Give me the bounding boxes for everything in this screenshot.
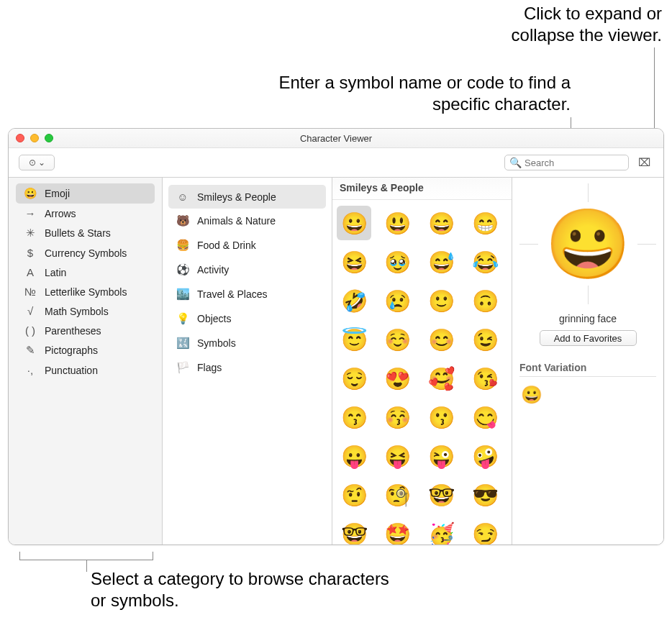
search-icon: 🔍 (509, 157, 522, 168)
emoji-cell[interactable]: ☺️ (381, 322, 415, 357)
sublist-item-symbols[interactable]: 🔣Symbols (168, 331, 326, 355)
emoji-cell[interactable]: 😍 (381, 361, 415, 396)
sublist-item-food-drink[interactable]: 🍔Food & Drink (168, 233, 326, 257)
emoji-cell[interactable]: 🥹 (381, 245, 415, 279)
actions-menu-button[interactable]: ⊙ ⌄ (19, 155, 55, 170)
character-viewer-window: Character Viewer ⊙ ⌄ 🔍 ⌧ 😀Emoji→Arrows✳︎… (8, 128, 664, 545)
sidebar-item-label: Parentheses (45, 325, 101, 337)
sublist-item-activity[interactable]: ⚽Activity (168, 257, 326, 282)
callout-search: Enter a symbol name or code to find a sp… (271, 72, 571, 115)
emoji-cell[interactable]: 😛 (337, 439, 371, 473)
font-variation-row: 😀 (519, 377, 656, 407)
grid-header: Smileys & People (332, 178, 512, 200)
emoji-cell[interactable]: 😢 (381, 283, 415, 318)
search-field-wrapper[interactable]: 🔍 (504, 155, 629, 170)
minimize-window-button[interactable] (30, 134, 39, 142)
category-icon: $ (23, 247, 37, 259)
sidebar-item-label: Currency Symbols (45, 247, 127, 259)
sublist-item-label: Travel & Places (197, 288, 268, 300)
callout-expand: Click to expand or collapse the viewer. (475, 3, 662, 46)
sidebar-item-emoji[interactable]: 😀Emoji (16, 183, 155, 204)
emoji-grid: 😀😃😄😁😆🥹😅😂🤣😢🙂🙃😇☺️😊😉😌😍🥰😘😙😚😗😋😛😝😜🤪🤨🧐🤓😎🤓🤩🥳😏 (332, 200, 512, 544)
ellipsis-circle-icon: ⊙ (29, 158, 36, 168)
toolbar: ⊙ ⌄ 🔍 ⌧ (9, 148, 663, 178)
subcategory-icon: 🔣 (176, 337, 190, 350)
sidebar-item-label: Emoji (45, 188, 70, 199)
sublist-item-animals-nature[interactable]: 🐻Animals & Nature (168, 209, 326, 233)
emoji-cell[interactable]: 😚 (381, 400, 415, 434)
emoji-cell[interactable]: 🥳 (424, 516, 459, 544)
sidebar-item-latin[interactable]: ALatin (16, 263, 155, 282)
emoji-cell[interactable]: 😁 (468, 206, 502, 240)
sublist-item-flags[interactable]: 🏳️Flags (168, 355, 326, 380)
emoji-cell[interactable]: 😗 (424, 400, 459, 434)
sublist-item-label: Smileys & People (197, 191, 276, 203)
emoji-cell[interactable]: 😝 (381, 439, 415, 473)
subcategory-icon: ⚽ (176, 263, 190, 276)
emoji-cell[interactable]: 😇 (337, 322, 371, 357)
emoji-cell[interactable]: 😃 (381, 206, 415, 240)
category-icon: ·, (23, 364, 37, 376)
callout-category: Select a category to browse characters o… (91, 568, 407, 611)
emoji-cell[interactable]: 😀 (337, 206, 371, 240)
emoji-cell[interactable]: 😉 (468, 322, 502, 357)
emoji-cell[interactable]: 😜 (424, 439, 459, 473)
sublist-item-objects[interactable]: 💡Objects (168, 306, 326, 331)
sidebar-item-label: Arrows (45, 208, 76, 219)
sidebar-item-label: Pictographs (45, 345, 98, 356)
emoji-cell[interactable]: 🤣 (337, 283, 371, 318)
emoji-cell[interactable]: 🥰 (424, 361, 459, 396)
emoji-grid-area: Smileys & People 😀😃😄😁😆🥹😅😂🤣😢🙂🙃😇☺️😊😉😌😍🥰😘😙😚… (332, 178, 512, 544)
emoji-cell[interactable]: 🙃 (468, 283, 502, 318)
search-input[interactable] (525, 158, 624, 168)
sublist-item-label: Animals & Nature (197, 215, 276, 227)
sidebar-item-bullets-stars[interactable]: ✳︎Bullets & Stars (16, 223, 155, 243)
emoji-cell[interactable]: 🤨 (337, 478, 371, 512)
zoom-window-button[interactable] (45, 134, 53, 142)
emoji-cell[interactable]: 😙 (337, 400, 371, 434)
emoji-cell[interactable]: 😋 (468, 400, 502, 434)
sidebar-item-parentheses[interactable]: ( )Parentheses (16, 321, 155, 340)
category-icon: ✎ (23, 344, 37, 357)
sidebar-item-arrows[interactable]: →Arrows (16, 204, 155, 223)
emoji-cell[interactable]: 😘 (468, 361, 502, 396)
sublist-item-travel-places[interactable]: 🏙️Travel & Places (168, 282, 326, 306)
expand-collapse-button[interactable]: ⌧ (635, 155, 653, 170)
emoji-cell[interactable]: 😄 (424, 206, 459, 240)
emoji-cell[interactable]: 🧐 (381, 478, 415, 512)
sublist-item-label: Symbols (197, 337, 236, 349)
emoji-cell[interactable]: 🤪 (468, 439, 502, 473)
emoji-cell[interactable]: 🙂 (424, 283, 459, 318)
category-icon: A (23, 266, 37, 278)
emoji-cell[interactable]: 😊 (424, 322, 459, 357)
sidebar-item-punctuation[interactable]: ·,Punctuation (16, 360, 155, 380)
sidebar-item-math-symbols[interactable]: √Math Symbols (16, 301, 155, 321)
titlebar: Character Viewer (9, 129, 663, 148)
sidebar-item-label: Latin (45, 267, 66, 278)
emoji-cell[interactable]: 🤓 (424, 478, 459, 512)
emoji-cell[interactable]: 😏 (468, 516, 502, 544)
sublist-item-smileys-people[interactable]: ☺Smileys & People (168, 185, 326, 209)
body: 😀Emoji→Arrows✳︎Bullets & Stars$Currency … (9, 178, 663, 544)
emoji-cell[interactable]: 🤩 (381, 516, 415, 544)
preview-emoji-glyph: 😀 (545, 204, 631, 284)
emoji-cell[interactable]: 😂 (468, 245, 502, 279)
close-window-button[interactable] (16, 134, 24, 142)
add-to-favorites-button[interactable]: Add to Favorites (540, 330, 637, 346)
sidebar-item-letterlike-symbols[interactable]: №Letterlike Symbols (16, 282, 155, 301)
sidebar-item-pictographs[interactable]: ✎Pictographs (16, 340, 155, 360)
callout-stem-category (86, 560, 87, 572)
emoji-cell[interactable]: 😆 (337, 245, 371, 279)
subcategory-icon: 🍔 (176, 239, 190, 252)
sidebar-item-currency-symbols[interactable]: $Currency Symbols (16, 243, 155, 263)
category-icon: ✳︎ (23, 227, 37, 240)
font-variation-cell[interactable]: 😀 (519, 383, 544, 407)
emoji-cell[interactable]: 😌 (337, 361, 371, 396)
emoji-cell[interactable]: 😅 (424, 245, 459, 279)
emoji-cell[interactable]: 😎 (468, 478, 502, 512)
emoji-preview: 😀 (519, 183, 656, 304)
emoji-cell[interactable]: 🤓 (337, 516, 371, 544)
detail-pane: 😀 grinning face Add to Favorites Font Va… (512, 178, 663, 544)
sublist-item-label: Activity (197, 264, 229, 275)
sidebar-item-label: Letterlike Symbols (45, 286, 127, 298)
